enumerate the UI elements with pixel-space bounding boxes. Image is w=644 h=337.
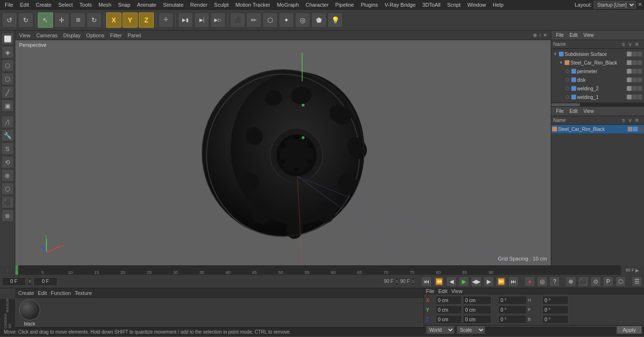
frame-arrows[interactable]: ⇕ [28,277,32,286]
layout-close-icon[interactable]: ✕ [638,1,642,8]
x-axis-button[interactable]: X [106,12,121,28]
menu-plugins[interactable]: Plugins [358,1,381,9]
motion-button[interactable]: ? [549,276,560,287]
menu-sculpt[interactable]: Sculpt [211,1,232,9]
attr-psize-field[interactable]: 0 ° [542,305,568,314]
attr-p-field[interactable]: 0 ° [498,305,527,314]
attr-y-rot[interactable]: 0 cm [463,305,491,314]
select2-button[interactable]: ⬡ [262,12,278,28]
mesh-mode-button[interactable]: ⬡ [1,59,14,72]
mat-edit-menu[interactable]: Edit [38,290,47,296]
next-frame-button[interactable]: ▶ [483,276,494,287]
attr-x-pos[interactable]: 0 cm [436,296,462,304]
obj-edit-menu[interactable]: Edit [568,32,579,38]
menu-mesh[interactable]: Mesh [96,1,114,9]
viewport-icon-close[interactable]: ✕ [543,33,547,38]
redo-button[interactable]: ↻ [18,12,33,28]
attr-bsize-field[interactable]: 0 ° [542,315,568,324]
attr-x-rot[interactable]: 0 cm [463,296,491,304]
tree-item-rim[interactable]: ▼ Steel_Car_Rim_Black [552,58,643,67]
z-axis-button[interactable]: Z [139,12,154,28]
alt-frame-field[interactable]: 0 F [33,277,57,286]
tool7-button[interactable]: ⬛ [1,196,14,208]
point-mode-button[interactable]: ⬡ [1,73,14,85]
render-region-button[interactable]: ▶▮ [178,12,193,28]
light-button[interactable]: 💡 [327,12,343,28]
model-mode-button[interactable]: ⬜ [1,33,14,45]
menu-pipeline[interactable]: Pipeline [332,1,357,9]
fps-field[interactable]: 1 [395,277,398,286]
play-reverse-button[interactable]: ◀▶ [471,276,481,287]
obj2-edit-menu[interactable]: Edit [568,108,579,114]
tree-item-welding2[interactable]: ⬡ welding_2 [552,84,643,93]
last-frame-button[interactable]: ⏭ [508,276,519,287]
material-swatch-black[interactable] [19,299,40,320]
first-frame-button[interactable]: ⏮ [421,276,432,287]
menu-animate[interactable]: Animate [134,1,159,9]
render-view-button[interactable]: ▶| [194,12,209,28]
tree-item-subdivision[interactable]: ▼ Subdivision Surface [552,50,643,58]
tool1-button[interactable]: ╱| [1,116,14,128]
menu-simulate[interactable]: Simulate [160,1,186,9]
tool5-button[interactable]: ⊕ [1,169,14,182]
menu-help[interactable]: Help [490,1,507,9]
attr-b-field[interactable]: 0 ° [498,315,527,324]
coord-system-select[interactable]: World Object Local [426,326,455,334]
menu-edit[interactable]: Edit [17,1,32,9]
texture-mode-button[interactable]: ◈ [1,46,14,58]
menu-window[interactable]: Window [464,1,489,9]
attr-y-pos[interactable]: 0 cm [436,305,462,314]
mat-function-menu[interactable]: Function [51,290,71,296]
menu-file[interactable]: File [2,1,16,9]
menu-script[interactable]: Script [444,1,463,9]
viewport-menu-filter[interactable]: Filter [110,33,121,38]
menu-character[interactable]: Character [303,1,331,9]
attr-h-field[interactable]: 0 ° [498,296,527,304]
obj2-file-menu[interactable]: File [554,108,566,114]
attr-file-menu[interactable]: File [426,288,435,294]
scrollbar-thumb[interactable] [551,103,580,106]
tree-item-perimeter[interactable]: ⬡ perimeter [552,67,643,76]
viewport-icon-camera[interactable]: ↕ [539,33,541,38]
undo-button[interactable]: ↺ [2,12,17,28]
tree-item-disk[interactable]: ⬡ disk [552,76,643,84]
material-item-black[interactable]: black [19,299,40,326]
viewport-menu-cameras[interactable]: Cameras [36,33,58,38]
scale-system-select[interactable]: Scale Size [457,326,485,334]
tool6-button[interactable]: ⬡ [1,183,14,195]
menu-render[interactable]: Render [187,1,210,9]
tree-item-welding1[interactable]: ⬡ welding_1 [552,93,643,101]
object-panel-scrollbar[interactable] [551,102,644,106]
prev-frame-button[interactable]: ◀ [446,276,457,287]
select-button[interactable]: ↖ [38,12,53,28]
attr-hsize-field[interactable]: 0 ° [542,296,568,304]
fps-field2[interactable]: 1 [412,277,415,286]
deform-button[interactable]: ✦ [279,12,294,28]
obj-view-menu[interactable]: View [581,32,596,38]
tree-item-rim-selected[interactable]: Steel_Car_Rim_Black [551,125,644,133]
viewport-menu-options[interactable]: Options [86,33,104,38]
tool2-button[interactable]: 🔧 [1,129,14,141]
play-button[interactable]: ▶ [458,276,469,287]
autokey-button[interactable]: ◎ [537,276,547,287]
record-button[interactable]: ● [524,276,535,287]
edge-mode-button[interactable]: ╱ [1,86,14,98]
timeline-expand-icon[interactable]: ▶ [635,268,639,273]
viewport-3d[interactable]: Perspective X Y Z Grid Spacing : 10 cm [15,40,551,265]
loop-mode-button[interactable]: ⊕ [566,276,576,287]
paint-button[interactable]: ✏ [246,12,262,28]
current-frame-field[interactable]: 0 F [2,277,26,286]
menu-select[interactable]: Select [55,1,76,9]
layout-select[interactable]: Startup [User] [594,1,636,9]
playback-speed-button[interactable]: ⊙ [590,276,601,287]
tool4-button[interactable]: ⟲ [1,156,14,168]
move-button[interactable]: ✛ [54,12,69,28]
attr-z-rot[interactable]: 0 cm [463,315,491,324]
apply-button[interactable]: Apply [616,326,642,334]
tool8-button[interactable]: ⊗ [1,209,14,222]
menu-mograph[interactable]: MoGraph [274,1,302,9]
timeline-ruler[interactable]: 0 5 10 15 20 25 30 35 40 45 50 55 60 65 … [15,265,620,275]
obj2-view-menu[interactable]: View [581,108,596,114]
timeline-layout-button[interactable]: ☰ [632,276,642,287]
edge-button[interactable]: ⬟ [311,12,327,28]
